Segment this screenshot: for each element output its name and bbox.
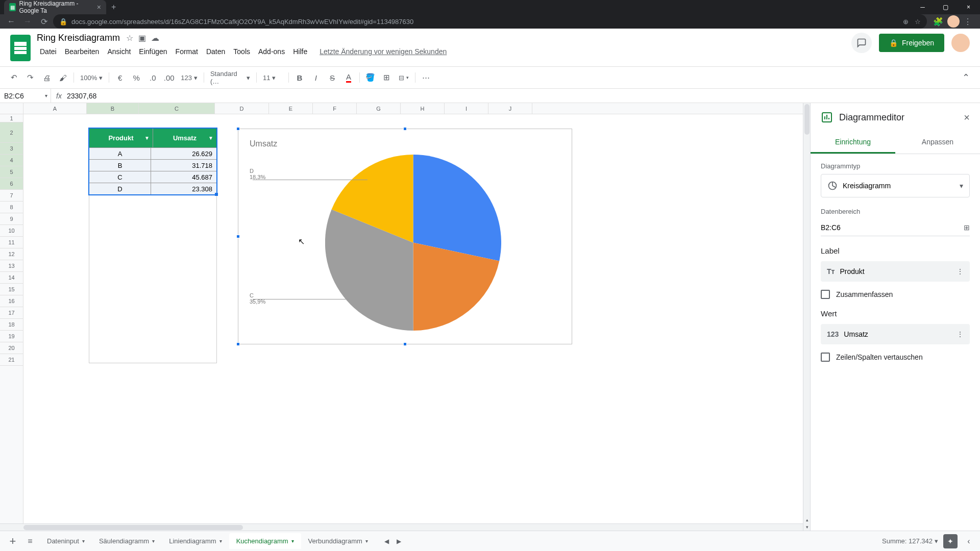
column-header-umsatz[interactable]: Umsatz▼ [153, 129, 216, 147]
minimize-button[interactable]: ─ [911, 0, 934, 14]
row-header[interactable]: 19 [0, 331, 23, 342]
data-range-input[interactable]: B2:C6 ⊞ [821, 219, 970, 236]
menu-hilfe[interactable]: Hilfe [290, 45, 310, 58]
font-size-select[interactable]: 11▾ [260, 74, 285, 82]
menu-einfügen[interactable]: Einfügen [136, 45, 170, 58]
increase-decimal-button[interactable]: .00 [161, 70, 177, 85]
font-select[interactable]: Standard (…▾ [207, 70, 253, 85]
sheet-tab[interactable]: Säulendiagramm▾ [92, 533, 162, 549]
table-cell[interactable]: 45.687 [151, 171, 216, 183]
wert-menu-icon[interactable]: ⋮ [957, 330, 964, 338]
sheet-tab[interactable]: Verbunddiagramm▾ [301, 533, 375, 549]
row-header[interactable]: 6 [0, 178, 23, 190]
share-button[interactable]: 🔒 Freigeben [879, 34, 944, 52]
column-header[interactable]: A [23, 103, 87, 114]
forward-button[interactable]: → [20, 14, 35, 29]
table-cell[interactable]: 31.718 [151, 160, 216, 171]
tabs-scroll-left[interactable]: ◀ [381, 536, 393, 547]
row-header[interactable]: 9 [0, 213, 23, 225]
table-cell[interactable]: 26.629 [151, 148, 216, 159]
sheet-tab[interactable]: Kuchendiagramm▾ [229, 533, 301, 549]
column-header[interactable]: F [313, 103, 357, 114]
grid-select-icon[interactable]: ⊞ [964, 223, 970, 232]
more-button[interactable]: ⋯ [419, 70, 434, 85]
filter-icon[interactable]: ▼ [144, 135, 150, 141]
pie-chart[interactable]: Umsatz D18,3% [238, 129, 572, 344]
menu-add-ons[interactable]: Add-ons [255, 45, 288, 58]
row-header[interactable]: 20 [0, 342, 23, 354]
all-sheets-button[interactable]: ≡ [22, 534, 38, 549]
row-header[interactable]: 11 [0, 237, 23, 248]
decrease-decimal-button[interactable]: .0 [145, 70, 160, 85]
row-header[interactable]: 7 [0, 190, 23, 202]
zoom-select[interactable]: 100%▾ [77, 74, 106, 82]
merge-button[interactable]: ⊟▾ [396, 74, 412, 82]
row-header[interactable]: 4 [0, 155, 23, 166]
row-header[interactable]: 12 [0, 248, 23, 260]
table-cell[interactable]: B [89, 160, 151, 171]
column-header[interactable]: I [445, 103, 488, 114]
menu-tools[interactable]: Tools [230, 45, 253, 58]
label-menu-icon[interactable]: ⋮ [957, 267, 964, 276]
fill-color-button[interactable]: 🪣 [363, 70, 378, 85]
italic-button[interactable]: I [308, 70, 324, 85]
wert-field[interactable]: 123 Umsatz ⋮ [821, 324, 970, 344]
column-header[interactable]: H [401, 103, 445, 114]
select-all-corner[interactable] [0, 103, 23, 114]
column-header[interactable]: C [139, 103, 215, 114]
back-button[interactable]: ← [4, 14, 18, 29]
switch-rows-cols-checkbox[interactable]: Zeilen/Spalten vertauschen [821, 353, 970, 362]
user-avatar[interactable] [951, 34, 970, 52]
sum-indicator[interactable]: Summe: 127.342▾ [882, 537, 938, 545]
maximize-button[interactable]: ▢ [934, 0, 957, 14]
add-sheet-button[interactable]: + [5, 534, 20, 549]
table-cell[interactable]: A [89, 148, 151, 159]
percent-button[interactable]: % [129, 70, 144, 85]
menu-datei[interactable]: Datei [37, 45, 60, 58]
filter-icon[interactable]: ▼ [208, 135, 213, 141]
document-title[interactable]: Ring Kreisdiagramm [37, 33, 120, 43]
column-header-produkt[interactable]: Produkt▼ [89, 129, 153, 147]
formula-input[interactable]: 23307,68 [67, 92, 96, 100]
row-header[interactable]: 5 [0, 166, 23, 178]
row-header[interactable]: 16 [0, 295, 23, 307]
tabs-scroll-right[interactable]: ▶ [394, 536, 405, 547]
cloud-icon[interactable]: ☁ [151, 33, 159, 43]
column-header[interactable]: J [488, 103, 532, 114]
redo-button[interactable]: ↷ [22, 70, 38, 85]
undo-button[interactable]: ↶ [6, 70, 21, 85]
row-header[interactable]: 2 [0, 122, 23, 143]
row-header[interactable]: 13 [0, 260, 23, 272]
column-header[interactable]: B [87, 103, 139, 114]
currency-button[interactable]: € [112, 70, 128, 85]
chart-title[interactable]: Umsatz [250, 139, 277, 148]
row-header[interactable]: 21 [0, 354, 23, 366]
star-icon[interactable]: ☆ [915, 18, 921, 26]
table-cell[interactable]: C [89, 171, 151, 183]
row-header[interactable]: 14 [0, 272, 23, 284]
comments-button[interactable] [851, 33, 872, 53]
number-format-select[interactable]: 123▾ [178, 74, 201, 82]
tab-customize[interactable]: Anpassen [895, 132, 980, 154]
row-header[interactable]: 8 [0, 202, 23, 213]
aggregate-checkbox[interactable]: Zusammenfassen [821, 290, 970, 299]
table-cell[interactable]: 23.308 [151, 183, 216, 194]
paint-format-button[interactable]: 🖌 [55, 70, 70, 85]
horizontal-scrollbar[interactable] [0, 523, 803, 531]
table-cell[interactable]: D [89, 183, 151, 194]
profile-avatar-small[interactable] [947, 15, 960, 28]
column-header[interactable]: G [357, 103, 401, 114]
chart-type-select[interactable]: Kreisdiagramm ▾ [821, 174, 970, 197]
reload-button[interactable]: ⟳ [37, 14, 51, 29]
row-header[interactable]: 18 [0, 319, 23, 331]
row-header[interactable]: 15 [0, 284, 23, 295]
borders-button[interactable]: ⊞ [379, 70, 395, 85]
tab-setup[interactable]: Einrichtung [811, 132, 895, 154]
row-header[interactable]: 17 [0, 307, 23, 319]
close-tab-icon[interactable]: × [97, 3, 101, 11]
text-color-button[interactable]: A [341, 70, 356, 85]
side-panel-toggle[interactable]: ‹ [963, 535, 975, 547]
row-header[interactable]: 3 [0, 143, 23, 155]
zoom-icon[interactable]: ⊕ [903, 18, 909, 26]
sheet-tab[interactable]: Liniendiagramm▾ [162, 533, 229, 549]
